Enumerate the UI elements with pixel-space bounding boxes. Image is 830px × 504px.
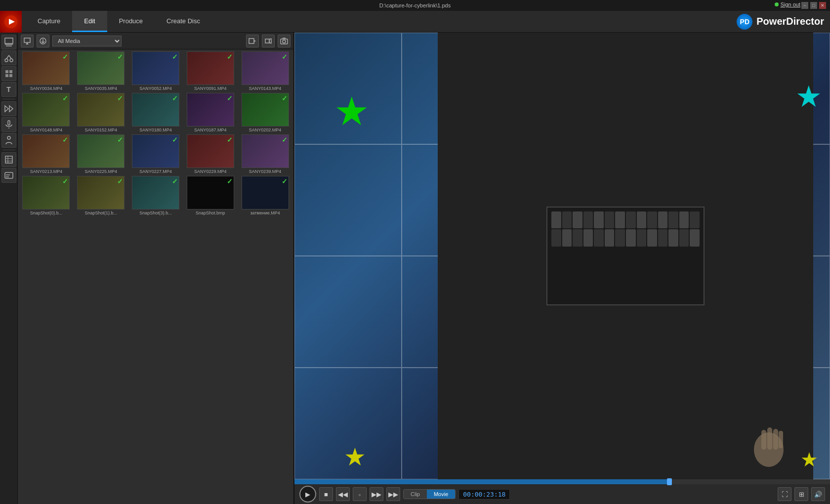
media-grid: ✓ SANY0034.MP4 ✓ SANY0035.MP4 ✓ SANY0052… [18,49,293,504]
media-item[interactable]: ✓ SANY0143.MP4 [239,51,291,91]
clip-mode-button[interactable]: Clip [404,490,427,499]
hand-visual [744,420,793,469]
voice-btn[interactable] [1,133,16,148]
media-item[interactable]: ✓ SANY0052.MP4 [129,51,182,91]
fx-btn[interactable] [1,66,16,81]
import-video-btn[interactable] [246,35,259,47]
media-item-label: SnapShot.bmp [196,210,225,215]
cyan-star-icon: ★ [795,82,825,112]
svg-rect-42 [761,430,766,450]
signout-area: Sign out [775,1,800,7]
media-thumbnail: ✓ [132,176,179,210]
media-item-label: SANY0213.MP4 [30,169,63,174]
scrub-progress [294,479,669,484]
media-item-label: SANY0229.MP4 [194,169,227,174]
media-thumbnail: ✓ [187,134,234,168]
media-item[interactable]: ✓ SANY0239.MP4 [239,134,291,174]
media-thumbnail: ✓ [22,93,70,126]
media-item[interactable]: ✓ SANY0091.MP4 [184,51,237,91]
prev-frame-button[interactable]: ◀◀ [336,487,350,501]
check-icon: ✓ [62,177,68,185]
check-icon: ✓ [227,94,233,102]
svg-point-17 [7,136,10,139]
minimize-button[interactable]: − [801,2,808,9]
scrub-thumb[interactable] [667,478,672,485]
audio-btn[interactable] [1,117,16,132]
fast-forward-button[interactable]: ▶▶ [386,487,400,501]
media-item[interactable]: ✓ SANY0213.MP4 [20,134,73,174]
tab-edit[interactable]: Edit [72,11,107,32]
tab-produce[interactable]: Produce [107,11,155,32]
media-item[interactable]: ✓ SANY0202.MP4 [239,93,291,132]
movie-mode-button[interactable]: Movie [427,490,455,499]
media-thumbnail: ✓ [77,51,124,85]
preview-scrubbar[interactable] [294,479,830,484]
tab-capture[interactable]: Capture [26,11,72,32]
svg-line-8 [9,55,11,59]
media-library-btn[interactable] [1,35,16,49]
media-item[interactable]: ✓ SANY0035.MP4 [75,51,127,91]
main-area: T All Media Vide [0,33,830,504]
media-item-label: SANY0225.MP4 [84,169,117,174]
preview-viewport[interactable]: ★ ★ ★ ★ [294,33,830,479]
close-button[interactable]: ✕ [819,2,826,9]
media-item[interactable]: ✓ затмение.MP4 [239,176,291,215]
next-frame-button[interactable]: ▶▶ [370,487,383,501]
media-item[interactable]: ✓ SnapShot(1).b... [75,176,127,215]
tab-create-disc[interactable]: Create Disc [155,11,212,32]
media-item[interactable]: ✓ SnapShot(0).b... [20,176,73,215]
svg-point-5 [5,59,8,62]
media-thumbnail: ✓ [132,134,179,168]
media-item[interactable]: ✓ SANY0034.MP4 [20,51,73,91]
media-item[interactable]: ✓ SANY0187.MP4 [184,93,237,132]
media-filter-select[interactable]: All Media Video Photo Audio [52,36,122,46]
yellow-star-icon: ★ [344,445,369,469]
subtitle-btn[interactable] [1,168,16,183]
title-btn[interactable]: T [1,82,16,97]
media-item[interactable]: ✓ SANY0180.MP4 [129,93,182,132]
snapshot-btn[interactable] [278,35,290,47]
timecode-display: 00:00:23:18 [458,489,510,500]
media-thumbnail: ✓ [77,176,124,210]
media-item[interactable]: ✓ SnapShot(3).b... [129,176,182,215]
window-controls: − □ ✕ [801,2,826,9]
keyboard-visual [546,207,705,305]
preview-controls: ▶ ■ ◀◀ ⬦ ▶▶ ▶▶ Clip Movie 00:00:23:18 ⛶ … [294,484,830,504]
play-button[interactable]: ▶ [299,486,316,503]
green-star-icon: ★ [334,92,374,131]
fullscreen-button[interactable]: ⛶ [778,487,791,501]
stop-button[interactable]: ■ [319,487,333,501]
check-icon: ✓ [172,177,178,185]
svg-rect-9 [5,70,8,73]
media-item-label: SnapShot(3).b... [139,210,172,215]
check-icon: ✓ [62,94,68,102]
check-icon: ✓ [117,136,123,144]
import-media-btn[interactable] [21,35,34,47]
media-item[interactable]: ✓ SANY0225.MP4 [75,134,127,174]
svg-rect-18 [5,156,12,163]
media-item[interactable]: ✓ SANY0152.MP4 [75,93,127,132]
maximize-button[interactable]: □ [810,2,817,9]
signout-link[interactable]: Sign out [781,1,800,7]
chapter-btn[interactable] [1,152,16,167]
svg-marker-14 [9,106,13,112]
check-icon: ✓ [282,136,288,144]
media-item-label: SnapShot(0).b... [30,210,63,215]
media-item[interactable]: ✓ SANY0227.MP4 [129,134,182,174]
media-thumbnail: ✓ [22,176,70,210]
transitions-btn[interactable] [1,101,16,116]
import-audio-btn[interactable] [262,35,275,47]
svg-rect-15 [8,121,10,125]
media-item[interactable]: ✓ SANY0229.MP4 [184,134,237,174]
check-icon: ✓ [227,177,233,185]
trim-btn[interactable] [1,50,16,65]
volume-button[interactable]: 🔊 [811,487,825,501]
svg-line-7 [6,55,9,59]
app-brand: PD PowerDirector [737,14,824,30]
download-media-btn[interactable] [37,35,49,47]
aspect-button[interactable]: ⊞ [794,487,808,501]
split-button[interactable]: ⬦ [353,487,367,501]
media-item[interactable]: ✓ SnapShot.bmp [184,176,237,215]
svg-rect-32 [249,39,254,43]
media-item[interactable]: ✓ SANY0148.MP4 [20,93,73,132]
